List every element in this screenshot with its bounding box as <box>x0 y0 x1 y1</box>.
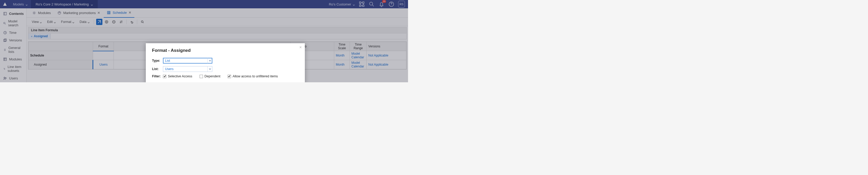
help-icon[interactable] <box>388 1 395 7</box>
svg-point-13 <box>5 78 6 79</box>
modules-icon <box>3 57 7 61</box>
sidebar-item-versions[interactable]: Versions <box>0 36 26 44</box>
workspace-breadcrumb[interactable]: Ro's Core 2 Workspace / Marketing <box>31 0 98 8</box>
svg-rect-2 <box>360 5 361 6</box>
chevron-down-icon <box>353 3 355 5</box>
list-icon <box>3 48 6 52</box>
svg-rect-15 <box>107 11 111 14</box>
svg-rect-1 <box>363 2 364 3</box>
models-label: Models <box>13 2 24 6</box>
close-icon[interactable] <box>129 11 131 15</box>
search-icon[interactable] <box>369 1 375 7</box>
customer-menu[interactable]: Ro's Customer <box>329 2 355 6</box>
chevron-down-icon <box>72 21 74 23</box>
user-avatar[interactable]: RS <box>398 1 405 7</box>
svg-rect-3 <box>363 5 364 6</box>
filter-label: Filter: <box>152 74 163 78</box>
chevron-down-icon <box>26 3 28 5</box>
remove-icon[interactable] <box>111 19 117 25</box>
chevron-down-icon <box>54 21 56 23</box>
chevron-down-icon <box>207 67 212 72</box>
app-logo-icon[interactable] <box>0 0 10 8</box>
chevron-down-icon <box>88 21 90 23</box>
svg-rect-6 <box>4 12 6 15</box>
search-dropdown-icon[interactable] <box>139 19 146 25</box>
sort-icon[interactable] <box>118 19 124 25</box>
versions-icon <box>3 38 7 42</box>
list-label: List: <box>152 67 163 71</box>
collapse-icon: « <box>31 35 32 38</box>
view-menu[interactable]: View <box>30 19 44 24</box>
svg-point-12 <box>4 77 5 78</box>
selective-access-checkbox[interactable]: Selective Access <box>163 74 192 78</box>
formula-header: Line Item Formula <box>28 27 406 33</box>
contents-icon <box>3 12 7 16</box>
list-select[interactable]: Users <box>163 66 212 72</box>
toolbar: View Edit Format Data <box>27 18 408 26</box>
blueprint-toggle-icon[interactable] <box>96 19 102 25</box>
line-item-chip[interactable]: « Assigned <box>28 33 51 39</box>
svg-point-18 <box>141 21 143 22</box>
chevron-down-icon <box>40 21 42 23</box>
format-menu[interactable]: Format <box>59 19 77 24</box>
sidebar-item-search[interactable]: Model search <box>0 18 26 29</box>
sidebar-item-time[interactable]: Time <box>0 29 26 36</box>
notifications-icon[interactable]: 16 <box>378 1 384 7</box>
sidebar-item-modules[interactable]: Modules <box>0 55 26 63</box>
tabs-bar: Modules Marketing promotions Schedule <box>27 8 408 18</box>
sidebar-item-users[interactable]: Users <box>0 74 26 82</box>
data-menu[interactable]: Data <box>78 19 91 24</box>
formula-section: Line Item Formula « Assigned <box>28 27 407 39</box>
tab-marketing-promotions[interactable]: Marketing promotions <box>54 8 103 18</box>
allow-unfiltered-checkbox[interactable]: Allow access to unfiltered items <box>228 74 278 78</box>
chevron-down-icon <box>207 58 212 63</box>
undo-icon[interactable] <box>129 19 135 25</box>
modules-icon <box>32 11 36 15</box>
formula-input[interactable] <box>51 33 406 39</box>
dependent-checkbox[interactable]: Dependent <box>199 74 220 78</box>
notification-badge: 16 <box>382 0 386 3</box>
sidebar: Contents Model search Time Versions Gene… <box>0 8 27 82</box>
tab-modules[interactable]: Modules <box>29 8 54 18</box>
users-icon <box>3 76 7 80</box>
search-icon <box>3 21 6 25</box>
type-select[interactable]: List <box>163 58 212 64</box>
svg-point-14 <box>34 12 35 14</box>
col-time-range[interactable]: Time Range <box>350 42 367 51</box>
svg-point-7 <box>4 22 5 24</box>
format-dialog: × Format - Assigned Type: List List: Use… <box>146 43 305 82</box>
close-icon[interactable] <box>97 11 100 15</box>
clock-icon <box>3 31 7 35</box>
col-versions[interactable]: Versions <box>367 42 406 51</box>
sidebar-item-general-lists[interactable]: General lists <box>0 44 26 55</box>
subsets-icon <box>3 67 5 71</box>
svg-rect-11 <box>4 58 6 61</box>
tab-schedule[interactable]: Schedule <box>104 8 134 18</box>
sidebar-item-line-item-subsets[interactable]: Line item subsets <box>0 63 26 74</box>
chevron-down-icon <box>91 3 93 5</box>
dialog-title: Format - Assigned <box>152 48 299 53</box>
close-icon[interactable]: × <box>299 45 302 49</box>
edit-menu[interactable]: Edit <box>45 19 58 24</box>
module-icon <box>57 11 61 15</box>
type-label: Type: <box>152 59 163 62</box>
workspace-label: Ro's Core 2 Workspace / Marketing <box>36 2 89 6</box>
models-menu[interactable]: Models <box>10 0 31 8</box>
col-format[interactable]: Format <box>93 42 114 51</box>
sidebar-item-contents[interactable]: Contents <box>0 10 26 18</box>
add-icon[interactable] <box>103 19 110 25</box>
app-switcher-icon[interactable] <box>359 1 365 7</box>
grid-icon <box>107 11 111 15</box>
svg-point-4 <box>370 2 373 5</box>
top-nav: Models Ro's Core 2 Workspace / Marketing… <box>0 0 408 8</box>
customer-label: Ro's Customer <box>329 2 351 6</box>
col-time-scale[interactable]: Time Scale <box>334 42 350 51</box>
svg-rect-0 <box>360 2 361 3</box>
